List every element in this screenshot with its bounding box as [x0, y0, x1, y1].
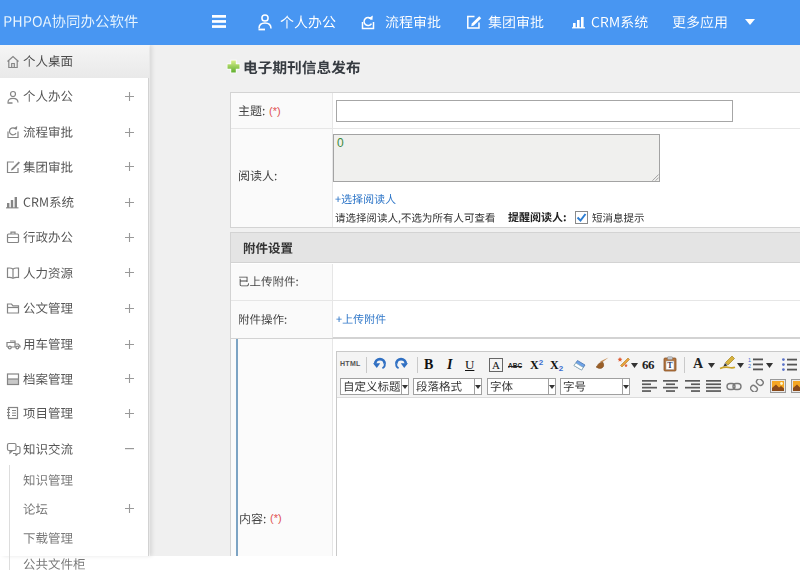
svg-text:2: 2 — [748, 363, 751, 369]
svg-text:T: T — [667, 361, 673, 370]
